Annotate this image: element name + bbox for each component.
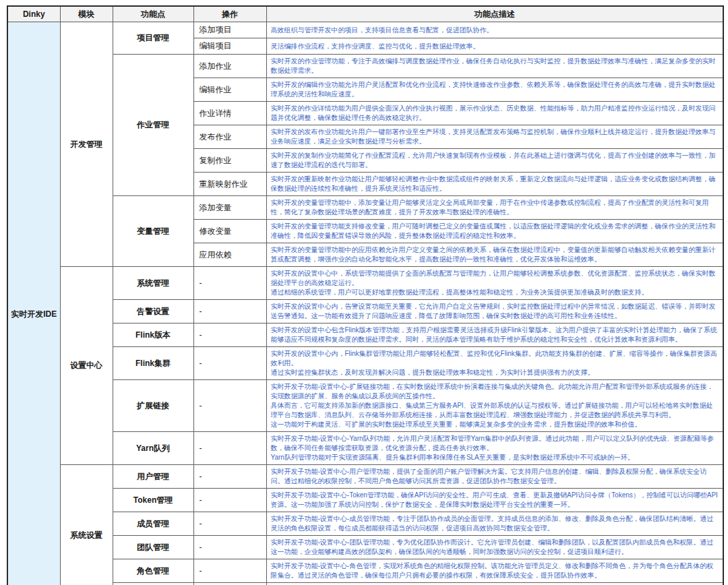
module-cell: 设置中心 — [60, 267, 113, 465]
operation-cell: - — [193, 324, 266, 347]
table-row: 作业管理添加作业实时开发的作业管理功能，专注于高效编排与调度数据处理作业，确保任… — [7, 55, 723, 78]
description-cell: 实时开发的设置中心包含Flink版本管理功能，支持用户根据需要灵活选择或升级Fl… — [266, 324, 723, 347]
operation-cell: - — [193, 347, 266, 380]
operation-cell: 修改变量 — [193, 220, 266, 243]
description-cell: 实时开发的编辑作业功能允许用户灵活配置和优化作业流程，支持快速修改作业参数、依赖… — [266, 78, 723, 102]
operation-cell: - — [193, 432, 266, 465]
feature-cell: 角色管理 — [113, 559, 193, 583]
feature-table-container: Dinky 模块 功能点 操作 功能点描述 实时开发IDE开发管理项目管理添加项… — [7, 5, 723, 585]
operation-cell: 编辑作业 — [193, 78, 266, 102]
description-cell: 实时开发的变量管理功能中的应用依赖允许用户定义变量之间的依赖关系，确保在数据处理… — [266, 243, 723, 267]
feature-cell: 告警设置 — [113, 300, 193, 324]
table-row: 实时开发IDE开发管理项目管理添加项目高效组织与管理开发中的项目，支持项目信息查… — [7, 22, 723, 38]
header-row: Dinky 模块 功能点 操作 功能点描述 — [7, 6, 723, 22]
table-row: 扩展链接-实时开发子功能-设置中心-扩展链接功能，在实时数据处理系统中扮演着连接… — [7, 380, 723, 432]
description-cell: 实时开发的作业详情功能为用户提供全面深入的作业执行视图，展示作业状态、历史数据、… — [266, 102, 723, 125]
table-row: Token管理-实时开发子功能-设置中心-Token管理功能，确保API访问的安… — [7, 489, 723, 512]
description-cell: 实时开发子功能-设置中心-成员管理功能，专注于团队协作成员的全面管理。支持成员信… — [266, 512, 723, 536]
description-cell: 实时开发的设置中心中，系统管理功能提供了全面的系统配置与管理能力，让用户能够轻松… — [266, 267, 723, 300]
description-cell: 实时开发的作业管理功能，专注于高效编排与调度数据处理作业，确保任务自动化执行与实… — [266, 55, 723, 78]
description-cell: 灵活编排作业流程，支持作业调度、监控与优化，提升数据处理效率。 — [266, 38, 723, 55]
feature-cell: Flink集群 — [113, 347, 193, 380]
feature-cell: 系统管理 — [113, 267, 193, 300]
operation-cell: - — [193, 559, 266, 583]
feature-cell: 变量管理 — [113, 196, 193, 267]
operation-cell: - — [193, 512, 266, 536]
operation-cell: 作业详情 — [193, 102, 266, 125]
operation-cell: - — [193, 536, 266, 559]
feature-cell: 用户管理 — [113, 465, 193, 489]
operation-cell: - — [193, 300, 266, 324]
table-row: 告警设置-实时开发的设置中心内，告警设置功能至关重要，它允许用户自定义告警规则，… — [7, 300, 723, 324]
header-operation: 操作 — [193, 6, 266, 22]
description-cell: 实时开发子功能-设置中心-Token管理功能，确保API访问的安全性。用户可生成… — [266, 489, 723, 512]
table-row: 菜单管理-实时开发子功能-系统设置-菜单管理，高效组织系统界面布局。支持自定义菜… — [7, 583, 723, 585]
operation-cell: 添加变量 — [193, 196, 266, 220]
table-row: 变量管理添加变量实时开发的变量管理功能中，添加变量让用户能够灵活定义全局或局部变… — [7, 196, 723, 220]
feature-table: Dinky 模块 功能点 操作 功能点描述 实时开发IDE开发管理项目管理添加项… — [7, 5, 724, 585]
table-body: 实时开发IDE开发管理项目管理添加项目高效组织与管理开发中的项目，支持项目信息查… — [7, 22, 723, 585]
operation-cell: 发布作业 — [193, 125, 266, 149]
table-row: 角色管理-实时开发子功能-设置中心-角色管理，实现对系统角色的精细化权限控制。该… — [7, 559, 723, 583]
feature-cell: Token管理 — [113, 489, 193, 512]
module-cell: 系统设置 — [60, 465, 113, 585]
description-cell: 实时开发的变量管理功能支持修改变量，用户可随时调整已定义的变量值或属性，以适应数… — [266, 220, 723, 243]
feature-cell: Yarn队列 — [113, 432, 193, 465]
operation-cell: - — [193, 465, 266, 489]
description-cell: 实时开发子功能-设置中心-Yarn队列功能，允许用户灵活配置和管理Yarn集群中… — [266, 432, 723, 465]
description-cell: 高效组织与管理开发中的项目，支持项目信息查看与配置，促进团队协作。 — [266, 22, 723, 38]
table-row: 成员管理-实时开发子功能-设置中心-成员管理功能，专注于团队协作成员的全面管理。… — [7, 512, 723, 536]
operation-cell: 添加项目 — [193, 22, 266, 38]
operation-cell: - — [193, 380, 266, 432]
table-row: 系统设置用户管理-实时开发子功能-设置中心-用户管理功能，提供了全面的用户账户管… — [7, 465, 723, 489]
operation-cell: 重新映射作业 — [193, 173, 266, 196]
description-cell: 实时开发子功能-设置中心-用户管理功能，提供了全面的用户账户管理解决方案。它支持… — [266, 465, 723, 489]
description-cell: 实时开发子功能-系统设置-菜单管理，高效组织系统界面布局。支持自定义菜单结构，灵… — [266, 583, 723, 585]
feature-cell: 作业管理 — [113, 55, 193, 196]
description-cell: 实时开发子功能-设置中心-团队管理功能，专为优化团队协作而设计。它允许管理员创建… — [266, 536, 723, 559]
operation-cell: - — [193, 583, 266, 585]
feature-cell: 菜单管理 — [113, 583, 193, 585]
operation-cell: 应用依赖 — [193, 243, 266, 267]
header-feature: 功能点 — [113, 6, 193, 22]
feature-cell: 项目管理 — [113, 22, 193, 55]
module-cell: 开发管理 — [60, 22, 113, 267]
description-cell: 实时开发的发布作业功能允许用户一键部署作业至生产环境，支持灵活配置发布策略与监控… — [266, 125, 723, 149]
header-module: 模块 — [60, 6, 113, 22]
operation-cell: - — [193, 489, 266, 512]
table-row: 设置中心系统管理-实时开发的设置中心中，系统管理功能提供了全面的系统配置与管理能… — [7, 267, 723, 300]
operation-cell: 复制作业 — [193, 149, 266, 173]
description-cell: 实时开发的变量管理功能中，添加变量让用户能够灵活定义全局或局部变量，用于在作业中… — [266, 196, 723, 220]
header-dinky: Dinky — [7, 6, 60, 22]
feature-cell: 团队管理 — [113, 536, 193, 559]
description-cell: 实时开发的复制作业功能简化了作业配置流程，允许用户快速复制现有作业模板，并在此基… — [266, 149, 723, 173]
product-cell: 实时开发IDE — [7, 22, 60, 585]
description-cell: 实时开发的设置中心内，Flink集群管理功能让用户能够轻松配置、监控和优化Fli… — [266, 347, 723, 380]
operation-cell: 编辑项目 — [193, 38, 266, 55]
table-row: 团队管理-实时开发子功能-设置中心-团队管理功能，专为优化团队协作而设计。它允许… — [7, 536, 723, 559]
header-description: 功能点描述 — [266, 6, 723, 22]
table-row: Yarn队列-实时开发子功能-设置中心-Yarn队列功能，允许用户灵活配置和管理… — [7, 432, 723, 465]
table-row: Flink集群-实时开发的设置中心内，Flink集群管理功能让用户能够轻松配置、… — [7, 347, 723, 380]
description-cell: 实时开发子功能-设置中心-角色管理，实现对系统角色的精细化权限控制。该功能允许管… — [266, 559, 723, 583]
operation-cell: 添加作业 — [193, 55, 266, 78]
table-row: Flink版本-实时开发的设置中心包含Flink版本管理功能，支持用户根据需要灵… — [7, 324, 723, 347]
description-cell: 实时开发的设置中心内，告警设置功能至关重要，它允许用户自定义告警规则，实时监控数… — [266, 300, 723, 324]
feature-cell: 扩展链接 — [113, 380, 193, 432]
feature-cell: Flink版本 — [113, 324, 193, 347]
feature-cell: 成员管理 — [113, 512, 193, 536]
description-cell: 实时开发的重新映射作业功能让用户能够轻松调整作业中数据流或组件的映射关系，重新定… — [266, 173, 723, 196]
operation-cell: - — [193, 267, 266, 300]
description-cell: 实时开发子功能-设置中心-扩展链接功能，在实时数据处理系统中扮演着连接与集成的关… — [266, 380, 723, 432]
